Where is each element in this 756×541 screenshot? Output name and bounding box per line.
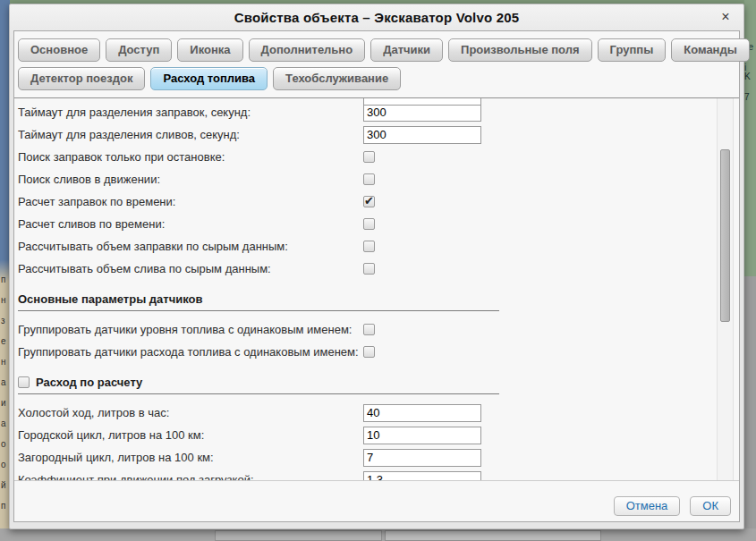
map-label-fragment: е: [1, 337, 6, 346]
idle-consumption-row: Холостой ход, литров в час:: [14, 402, 739, 424]
ok-button[interactable]: ОК: [690, 496, 731, 516]
idle-consumption-input[interactable]: [363, 404, 481, 422]
refuel-timeout-input[interactable]: [363, 104, 481, 122]
refuel-volume-raw-row: Рассчитывать объем заправки по сырым дан…: [14, 235, 739, 258]
dialog-panel: ОсновноеДоступИконкаДополнительноДатчики…: [13, 30, 740, 522]
suburban-cycle-row: Загородный цикл, литров на 100 км:: [14, 446, 739, 469]
fuel-settings-scroll-area: Таймаут для разделения заправок, секунд:…: [14, 98, 739, 481]
clipped-input-above-scroll[interactable]: [363, 98, 481, 106]
refuel-only-stop-checkbox[interactable]: [363, 151, 375, 163]
group-fuel-consumption-checkbox[interactable]: [363, 346, 375, 358]
cancel-button[interactable]: Отмена: [614, 496, 681, 516]
map-left-labels: пнзенаиаоойп: [1, 275, 6, 511]
suburban-cycle-label: Загородный цикл, литров на 100 км:: [18, 451, 363, 464]
map-label-fragment: й: [1, 481, 6, 490]
drain-by-time-label: Расчет сливов по времени:: [18, 217, 363, 231]
map-label-fragment: а: [1, 378, 6, 387]
load-coefficient-label: Коэффициент при движении под загрузкой:: [18, 473, 363, 481]
refuel-volume-raw-checkbox[interactable]: [363, 241, 375, 252]
vertical-scrollbar-track[interactable]: [717, 98, 734, 480]
tab-commands[interactable]: Команды: [671, 38, 750, 62]
drain-timeout-label: Таймаут для разделения сливов, секунд:: [18, 128, 363, 141]
urban-cycle-input[interactable]: [363, 427, 481, 444]
suburban-cycle-input[interactable]: [363, 449, 481, 467]
close-icon[interactable]: ×: [717, 8, 735, 26]
group-fuel-level-label: Группировать датчики уровня топлива с од…: [18, 323, 363, 336]
drain-volume-raw-row: Рассчитывать объем слива по сырым данным…: [14, 258, 739, 280]
drain-volume-raw-checkbox[interactable]: [363, 263, 375, 275]
tab-icon[interactable]: Иконка: [177, 38, 242, 62]
consumption-math-section: Расход по расчету: [14, 376, 739, 394]
map-label-fragment: а: [1, 419, 6, 428]
dialog-titlebar: Свойства объекта – Экскаватор Volvo 205 …: [10, 4, 743, 30]
tab-custom-fields[interactable]: Произвольные поля: [448, 38, 591, 62]
map-label-fragment: п: [1, 502, 6, 511]
idle-consumption-label: Холостой ход, литров в час:: [18, 406, 363, 419]
drain-timeout-row: Таймаут для разделения сливов, секунд:: [14, 123, 739, 146]
load-coefficient-input[interactable]: [363, 471, 481, 482]
urban-cycle-label: Городской цикл, литров на 100 км:: [18, 428, 363, 442]
tab-fuel-consumption[interactable]: Расход топлива: [150, 67, 268, 90]
tab-access[interactable]: Доступ: [106, 38, 172, 62]
drain-volume-raw-label: Рассчитывать объем слива по сырым данным…: [18, 262, 363, 275]
group-fuel-consumption-label: Группировать датчики расхода топлива с о…: [18, 345, 363, 359]
map-bottom-fragment: [215, 530, 382, 541]
drain-by-time-row: Расчет сливов по времени:: [14, 213, 739, 235]
tabs-row-2: Детектор поездокРасход топливаТехобслужи…: [14, 67, 739, 90]
drain-by-time-checkbox[interactable]: [363, 218, 375, 230]
object-properties-dialog: Свойства объекта – Экскаватор Volvo 205 …: [9, 4, 744, 529]
map-label-fragment: н: [1, 296, 6, 305]
tab-general[interactable]: Основное: [18, 38, 100, 62]
map-label-fragment: о: [1, 440, 6, 449]
drain-in-motion-row: Поиск сливов в движении:: [14, 168, 739, 190]
load-coefficient-row: Коэффициент при движении под загрузкой:: [14, 469, 739, 481]
dialog-title: Свойства объекта – Экскаватор Volvo 205: [10, 4, 743, 31]
sensor-params-section: Основные параметры датчиков: [14, 292, 739, 311]
map-edge-right: теi K7: [744, 0, 756, 541]
map-bottom-fragment: [385, 530, 601, 541]
drain-in-motion-checkbox[interactable]: [363, 173, 375, 185]
refuel-timeout-label: Таймаут для разделения заправок, секунд:: [18, 106, 363, 119]
map-label-fragment: 7: [744, 93, 754, 102]
tab-maintenance[interactable]: Техобслуживание: [273, 67, 401, 90]
map-label-fragment: о: [1, 461, 6, 469]
tab-sensors[interactable]: Датчики: [370, 38, 443, 62]
refuel-by-time-checkbox[interactable]: [363, 196, 375, 207]
consumption-math-section-title: Расход по расчету: [36, 376, 142, 389]
map-edge-bottom: [0, 528, 756, 541]
tab-advanced[interactable]: Дополнительно: [249, 38, 366, 62]
refuel-by-time-label: Расчет заправок по времени:: [18, 195, 363, 208]
map-label-fragment: з: [1, 317, 6, 325]
sensor-params-section-title: Основные параметры датчиков: [18, 292, 203, 306]
tabs-row-1: ОсновноеДоступИконкаДополнительноДатчики…: [14, 38, 739, 62]
map-label-fragment: и: [1, 399, 6, 408]
refuel-by-time-row: Расчет заправок по времени:: [14, 190, 739, 213]
refuel-only-stop-label: Поиск заправок только при остановке:: [18, 150, 363, 164]
drain-in-motion-label: Поиск сливов в движении:: [18, 173, 363, 186]
group-fuel-level-checkbox[interactable]: [363, 324, 375, 335]
vertical-scrollbar-thumb[interactable]: [720, 149, 730, 322]
drain-timeout-input[interactable]: [363, 126, 481, 144]
group-fuel-level-row: Группировать датчики уровня топлива с од…: [14, 318, 739, 341]
consumption-math-checkbox[interactable]: [18, 376, 30, 388]
map-label-fragment: н: [1, 358, 6, 367]
urban-cycle-row: Городской цикл, литров на 100 км:: [14, 424, 739, 446]
tab-groups[interactable]: Группы: [598, 38, 667, 62]
tab-trip-detector[interactable]: Детектор поездок: [18, 67, 145, 90]
refuel-only-stop-row: Поиск заправок только при остановке:: [14, 146, 739, 168]
group-fuel-consumption-row: Группировать датчики расхода топлива с о…: [14, 341, 739, 363]
map-label-fragment: п: [1, 275, 6, 284]
map-label-fragment: i K: [744, 63, 754, 81]
dialog-footer: Отмена ОК: [614, 496, 731, 516]
refuel-volume-raw-label: Рассчитывать объем заправки по сырым дан…: [18, 240, 363, 253]
